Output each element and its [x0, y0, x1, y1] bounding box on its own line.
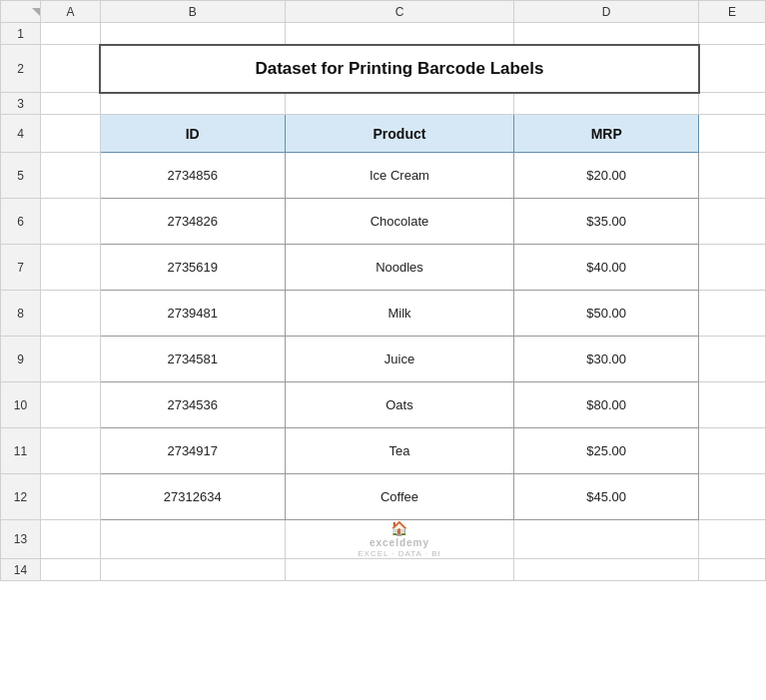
cell-product-5[interactable]: Juice	[285, 337, 514, 382]
cell-e14[interactable]	[699, 559, 766, 581]
cell-id-1[interactable]: 2734856	[100, 153, 285, 199]
cell-a13[interactable]	[40, 520, 100, 559]
watermark-icon: 🏠	[390, 520, 407, 536]
cell-a2[interactable]	[40, 45, 100, 93]
watermark: 🏠 exceldemy EXCEL · DATA · BI	[286, 520, 514, 558]
header-product: Product	[285, 115, 514, 153]
cell-product-8[interactable]: Coffee	[285, 474, 514, 520]
cell-c3[interactable]	[285, 93, 514, 115]
row-num-10: 10	[1, 382, 41, 428]
cell-c1[interactable]	[285, 23, 514, 45]
cell-product-2[interactable]: Chocolate	[285, 199, 514, 245]
cell-a1[interactable]	[40, 23, 100, 45]
cell-mrp-5[interactable]: $30.00	[514, 337, 699, 382]
cell-e4[interactable]	[699, 115, 766, 153]
cell-a4[interactable]	[40, 115, 100, 153]
cell-a7[interactable]	[40, 245, 100, 291]
cell-id-7[interactable]: 2734917	[100, 428, 285, 474]
col-header-a[interactable]: A	[40, 1, 100, 23]
cell-mrp-3[interactable]: $40.00	[514, 245, 699, 291]
col-header-c[interactable]: C	[285, 1, 514, 23]
cell-a10[interactable]	[40, 382, 100, 428]
cell-a14[interactable]	[40, 559, 100, 581]
title-cell: Dataset for Printing Barcode Labels	[100, 45, 698, 93]
cell-e7[interactable]	[699, 245, 766, 291]
cell-a12[interactable]	[40, 474, 100, 520]
row-num-6: 6	[1, 199, 41, 245]
spreadsheet: A B C D E 1 2 Dataset for Printing B	[0, 0, 766, 700]
corner-cell	[1, 1, 41, 23]
cell-mrp-7[interactable]: $25.00	[514, 428, 699, 474]
watermark-cell: 🏠 exceldemy EXCEL · DATA · BI	[285, 520, 514, 559]
header-mrp: MRP	[514, 115, 699, 153]
cell-product-6[interactable]: Oats	[285, 382, 514, 428]
cell-a11[interactable]	[40, 428, 100, 474]
cell-id-3[interactable]: 2735619	[100, 245, 285, 291]
cell-id-8[interactable]: 27312634	[100, 474, 285, 520]
row-num-3: 3	[1, 93, 41, 115]
row-num-7: 7	[1, 245, 41, 291]
cell-e11[interactable]	[699, 428, 766, 474]
cell-e6[interactable]	[699, 199, 766, 245]
cell-d1[interactable]	[514, 23, 699, 45]
header-id: ID	[100, 115, 285, 153]
col-header-e[interactable]: E	[699, 1, 766, 23]
row-num-2: 2	[1, 45, 41, 93]
cell-e10[interactable]	[699, 382, 766, 428]
cell-e1[interactable]	[699, 23, 766, 45]
row-num-12: 12	[1, 474, 41, 520]
cell-b3[interactable]	[100, 93, 285, 115]
cell-a9[interactable]	[40, 337, 100, 382]
watermark-line1: exceldemy	[370, 537, 429, 548]
cell-mrp-2[interactable]: $35.00	[514, 199, 699, 245]
cell-d13[interactable]	[514, 520, 699, 559]
row-num-14: 14	[1, 559, 41, 581]
cell-e5[interactable]	[699, 153, 766, 199]
watermark-line2: EXCEL · DATA · BI	[358, 549, 441, 558]
cell-d3[interactable]	[514, 93, 699, 115]
cell-a5[interactable]	[40, 153, 100, 199]
cell-product-1[interactable]: Ice Cream	[285, 153, 514, 199]
cell-e8[interactable]	[699, 291, 766, 337]
cell-c14[interactable]	[285, 559, 514, 581]
col-header-d[interactable]: D	[514, 1, 699, 23]
cell-a3[interactable]	[40, 93, 100, 115]
cell-e2[interactable]	[699, 45, 766, 93]
cell-mrp-1[interactable]: $20.00	[514, 153, 699, 199]
cell-product-4[interactable]: Milk	[285, 291, 514, 337]
cell-b14[interactable]	[100, 559, 285, 581]
cell-b1[interactable]	[100, 23, 285, 45]
sheet-grid: A B C D E 1 2 Dataset for Printing B	[0, 0, 766, 581]
row-num-11: 11	[1, 428, 41, 474]
cell-d14[interactable]	[514, 559, 699, 581]
row-num-4: 4	[1, 115, 41, 153]
row-num-8: 8	[1, 291, 41, 337]
cell-mrp-6[interactable]: $80.00	[514, 382, 699, 428]
cell-a6[interactable]	[40, 199, 100, 245]
col-header-b[interactable]: B	[100, 1, 285, 23]
row-num-13: 13	[1, 520, 41, 559]
cell-e9[interactable]	[699, 337, 766, 382]
cell-id-4[interactable]: 2739481	[100, 291, 285, 337]
cell-e3[interactable]	[699, 93, 766, 115]
cell-id-5[interactable]: 2734581	[100, 337, 285, 382]
cell-id-6[interactable]: 2734536	[100, 382, 285, 428]
cell-product-7[interactable]: Tea	[285, 428, 514, 474]
cell-b13[interactable]	[100, 520, 285, 559]
cell-e13[interactable]	[699, 520, 766, 559]
row-num-9: 9	[1, 337, 41, 382]
cell-mrp-8[interactable]: $45.00	[514, 474, 699, 520]
row-num-5: 5	[1, 153, 41, 199]
row-num-1: 1	[1, 23, 41, 45]
cell-id-2[interactable]: 2734826	[100, 199, 285, 245]
cell-product-3[interactable]: Noodles	[285, 245, 514, 291]
cell-a8[interactable]	[40, 291, 100, 337]
cell-e12[interactable]	[699, 474, 766, 520]
cell-mrp-4[interactable]: $50.00	[514, 291, 699, 337]
